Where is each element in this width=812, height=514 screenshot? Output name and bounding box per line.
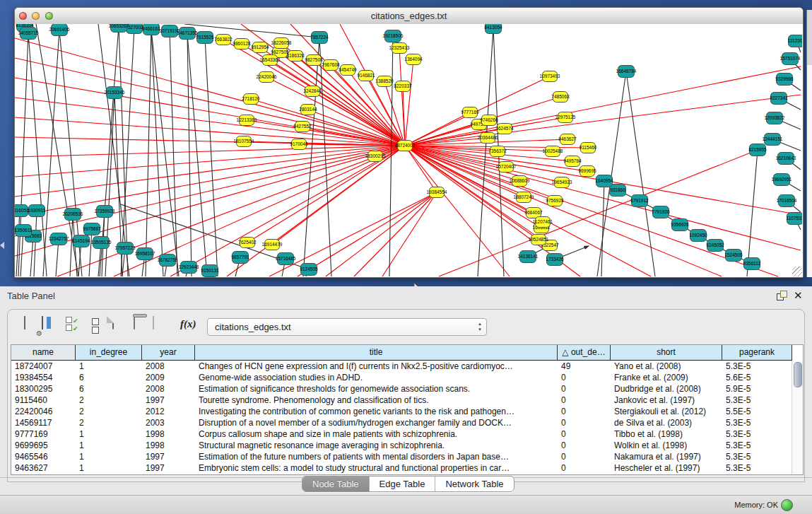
- table-cell: Estimation of the future numbers of pati…: [195, 451, 558, 462]
- graph-node-label: 1107533: [787, 216, 802, 221]
- graph-edge[interactable]: [151, 24, 179, 276]
- graph-edge[interactable]: [187, 33, 192, 276]
- memory-ok-indicator[interactable]: [781, 499, 793, 511]
- graph-node-label: 8454749: [339, 67, 357, 72]
- graph-node-label: 9756928: [546, 198, 564, 203]
- graph-edge[interactable]: [405, 146, 778, 276]
- table-cell: 18724007: [11, 361, 76, 372]
- graph-edge[interactable]: [266, 77, 405, 146]
- graph-node-label: 9860128: [233, 41, 251, 46]
- new-table-icon[interactable]: [112, 317, 128, 334]
- graph-node-label: 7485063: [551, 94, 570, 99]
- graph-edge[interactable]: [405, 95, 801, 146]
- table-row[interactable]: 911546021997Tourette syndrome. Phenomeno…: [11, 395, 792, 406]
- graph-node-label: 7625402: [238, 240, 257, 245]
- select-all-check-icon[interactable]: ✔✔: [66, 317, 80, 334]
- table-row[interactable]: 1830029562008Estimation of significance …: [11, 383, 792, 395]
- graph-edge[interactable]: [16, 211, 20, 276]
- table-toolbar: ⚙ ✔✔ f(x) citations_edges.txt ▲▼: [8, 315, 804, 338]
- table-body: 1872400712008Changes of HCN gene express…: [11, 361, 792, 474]
- table-settings-icon[interactable]: ⚙: [24, 317, 40, 334]
- graph-node-label: 2616051: [15, 208, 29, 213]
- column-header-5[interactable]: short: [611, 345, 722, 360]
- graph-node-label: 13505135: [91, 240, 112, 245]
- graph-node-label: 12923448: [179, 264, 199, 269]
- column-header-6[interactable]: pagerank: [722, 345, 792, 360]
- column-header-1[interactable]: in_degree: [76, 345, 142, 360]
- graph-edge[interactable]: [15, 146, 405, 157]
- graph-node-label: 3242844: [303, 88, 322, 93]
- graph-node-label: 18226058: [271, 40, 292, 45]
- table-row[interactable]: 2242004622012Investigating the contribut…: [11, 406, 792, 417]
- citation-network-graph[interactable]: 9318661092450110753311123041115683114519…: [15, 24, 802, 277]
- table-cell: 2008: [142, 383, 195, 395]
- float-panel-icon[interactable]: [777, 291, 788, 300]
- graph-edge[interactable]: [269, 192, 437, 276]
- graph-edge[interactable]: [405, 66, 801, 146]
- table-cell: Estimation of significance thresholds fo…: [195, 383, 558, 395]
- graph-node-label: 9150131: [201, 268, 219, 273]
- graph-node-label: 9245052: [706, 243, 724, 247]
- window-titlebar[interactable]: citations_edges.txt: [15, 8, 803, 25]
- column-header-2[interactable]: year: [142, 345, 195, 360]
- network-window[interactable]: citations_edges.txt 93186610924501107533…: [14, 7, 804, 278]
- graph-node-label: 10688609: [510, 178, 530, 183]
- graph-node-label: 9463627: [558, 136, 577, 141]
- graph-node-label: 16210643: [776, 156, 796, 160]
- delete-table-icon[interactable]: [134, 317, 149, 334]
- graph-node-label: 9124505: [300, 267, 318, 271]
- table-cell: Disruption of a novel member of a sodium…: [195, 417, 558, 428]
- table-row[interactable]: 1938455462009Genome-wide association stu…: [11, 372, 792, 383]
- graph-edge[interactable]: [326, 192, 437, 276]
- graph-node-label: 10973493: [540, 74, 560, 78]
- close-panel-icon[interactable]: ✕: [794, 291, 805, 300]
- graph-edge[interactable]: [119, 26, 128, 276]
- graph-edge[interactable]: [251, 99, 405, 146]
- graph-edge[interactable]: [597, 71, 626, 276]
- graph-edge[interactable]: [121, 28, 134, 276]
- graph-edge[interactable]: [205, 37, 218, 276]
- graph-edge[interactable]: [170, 31, 177, 276]
- graph-edge[interactable]: [298, 192, 437, 276]
- table-selector-value: citations_edges.txt: [215, 322, 291, 332]
- column-header-0[interactable]: name: [11, 345, 76, 360]
- tab-network-table[interactable]: Network Table: [435, 477, 513, 491]
- select-columns-icon[interactable]: [42, 317, 57, 334]
- scrollbar-thumb[interactable]: [794, 362, 802, 387]
- table-row[interactable]: 977716911998Corpus callosum shape and si…: [11, 428, 792, 440]
- graph-edge[interactable]: [89, 229, 92, 276]
- window-resize-grip[interactable]: [792, 267, 802, 276]
- tab-node-table[interactable]: Node Table: [302, 477, 370, 491]
- status-bar: Memory: OK: [0, 495, 812, 514]
- table-row[interactable]: 946362711997Embryonic stem cells: a mode…: [11, 462, 792, 474]
- tab-edge-table[interactable]: Edge Table: [370, 477, 436, 491]
- table-cell: 5.3E-5: [722, 462, 792, 474]
- graph-edge[interactable]: [187, 33, 207, 276]
- graph-node-label: 17359928: [95, 209, 115, 214]
- table-row[interactable]: 946554611997Estimation of the future num…: [11, 451, 792, 462]
- table-cell: Investigating the contribution of common…: [195, 406, 558, 417]
- table-cell: 2: [76, 395, 142, 406]
- panel-collapse-arrow-icon[interactable]: [0, 242, 4, 249]
- graph-edge[interactable]: [34, 211, 37, 276]
- column-header-3[interactable]: title: [195, 345, 558, 360]
- graph-node-label: 19218506: [383, 33, 404, 38]
- graph-node-label: 11207461: [533, 219, 553, 224]
- function-builder-icon[interactable]: f(x): [180, 318, 196, 335]
- graph-node-label: 14671355: [177, 30, 198, 35]
- graph-node-label: 1640954: [595, 178, 613, 183]
- graph-edge[interactable]: [405, 59, 413, 146]
- network-canvas[interactable]: 9318661092450110753311123041115683114519…: [15, 24, 803, 277]
- table-row[interactable]: 969969511998Structural magnetic resonanc…: [11, 440, 792, 451]
- table-cell: 22420046: [11, 406, 76, 417]
- graph-edge[interactable]: [626, 71, 655, 276]
- table-row[interactable]: 1456911722003Disruption of a novel membe…: [11, 417, 792, 428]
- table-row[interactable]: 1872400712008Changes of HCN gene express…: [11, 361, 792, 372]
- column-header-4[interactable]: △ out_de…: [558, 345, 611, 360]
- table-cell: Structural magnetic resonance image aver…: [195, 440, 558, 451]
- row-height-icon[interactable]: [92, 317, 107, 334]
- table-vertical-scrollbar[interactable]: [792, 361, 803, 474]
- graph-edge[interactable]: [439, 150, 758, 276]
- table-selector-dropdown[interactable]: citations_edges.txt ▲▼: [207, 318, 487, 336]
- table-cell: 5.3E-5: [722, 395, 792, 406]
